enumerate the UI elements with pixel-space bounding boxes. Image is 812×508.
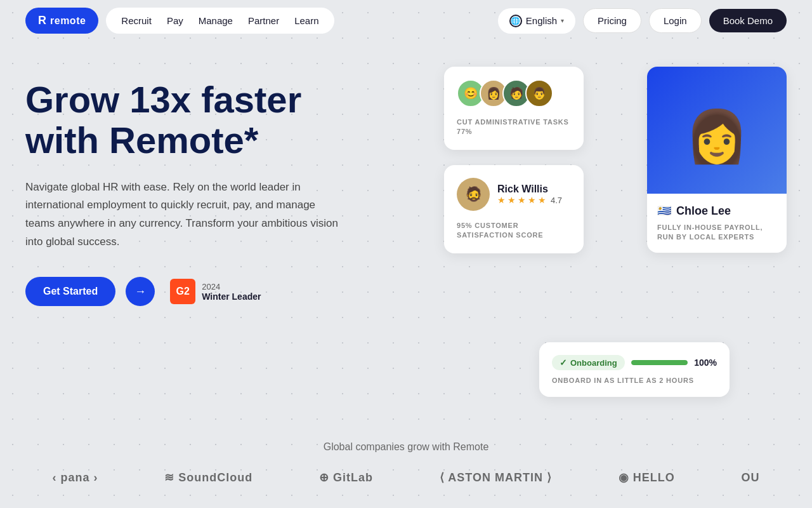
hero-right: 😊 👩 🧑 👨 CUT ADMINISTRATIVE TASKS 77% 🧔 R… [444, 67, 787, 422]
hero-subtitle: Navigate global HR with ease. Rely on th… [25, 178, 343, 252]
logos-row: ‹ pana › ≋ SoundCloud ⊕ GitLab ⟨ ASTON M… [25, 471, 787, 485]
logo-gitlab: ⊕ GitLab [319, 471, 373, 485]
chloe-image: 👩 [647, 67, 787, 194]
g2-text: 2024 Winter Leader [202, 282, 261, 302]
logos-title: Global companies grow with Remote [25, 441, 787, 453]
rick-rating: 4.7 [551, 196, 562, 205]
progress-bar-fill [631, 360, 688, 365]
uruguay-flag-icon: 🇺🇾 [657, 204, 671, 218]
soundcloud-text: ≋ SoundCloud [164, 471, 252, 485]
nav-link-manage[interactable]: Manage [199, 13, 233, 29]
navbar: R remote Recruit Pay Manage Partner Lear… [0, 0, 812, 41]
pricing-button[interactable]: Pricing [583, 8, 641, 33]
rick-info: Rick Willis ★ ★ ★ ★ ★ 4.7 [497, 184, 562, 205]
logo[interactable]: R remote [25, 8, 98, 34]
check-circle-icon: ✓ [560, 358, 567, 368]
logo-soundcloud: ≋ SoundCloud [164, 471, 252, 485]
onboard-label: ONBOARD IN AS LITTLE AS 2 HOURS [552, 377, 717, 384]
logo-text: remote [50, 15, 86, 27]
card-rick-willis: 🧔 Rick Willis ★ ★ ★ ★ ★ 4.7 95% CUSTOMER… [444, 165, 584, 253]
globe-icon: 🌐 [509, 15, 522, 27]
g2-label: Winter Leader [202, 291, 261, 302]
rick-name: Rick Willis [497, 184, 562, 195]
get-started-button[interactable]: Get Started [25, 277, 115, 306]
logos-section: Global companies grow with Remote ‹ pana… [0, 422, 812, 497]
language-selector[interactable]: 🌐 English ▾ [498, 8, 575, 34]
nav-links-container: Recruit Pay Manage Partner Learn [106, 8, 334, 34]
chloe-stat: FULLY IN-HOUSE PAYROLL, RUN BY LOCAL EXP… [657, 223, 776, 243]
chevron-down-icon: ▾ [561, 17, 564, 24]
card-chloe-lee: 👩 🇺🇾 Chloe Lee FULLY IN-HOUSE PAYROLL, R… [647, 67, 787, 253]
avatars-row: 😊 👩 🧑 👨 [457, 79, 571, 107]
logo-r-icon: R [38, 14, 46, 27]
nav-left: R remote Recruit Pay Manage Partner Lear… [25, 8, 334, 34]
nav-link-partner[interactable]: Partner [248, 13, 279, 29]
chloe-name: Chloe Lee [676, 204, 731, 218]
chloe-name-row: 🇺🇾 Chloe Lee [657, 204, 776, 218]
hero-section: Grow 13x faster with Remote* Navigate gl… [0, 41, 812, 422]
language-label: English [526, 15, 557, 26]
star-1: ★ [497, 195, 506, 205]
aston-martin-text: ⟨ ASTON MARTIN ⟩ [440, 471, 552, 485]
rick-stars-row: ★ ★ ★ ★ ★ 4.7 [497, 195, 562, 205]
onboarding-badge-label: Onboarding [570, 358, 617, 368]
g2-badge: G2 2024 Winter Leader [170, 279, 261, 304]
card-onboarding: ✓ Onboarding 100% ONBOARD IN AS LITTLE A… [539, 342, 730, 397]
arrow-button[interactable]: → [126, 277, 155, 306]
progress-bar-wrap [631, 360, 688, 365]
onboarding-badge: ✓ Onboarding [552, 355, 625, 370]
hero-title-line1: Grow 13x faster [25, 79, 301, 120]
progress-percent: 100% [694, 358, 717, 368]
nav-link-recruit[interactable]: Recruit [121, 13, 152, 29]
gitlab-text: ⊕ GitLab [319, 471, 373, 485]
chloe-figure-icon: 👩 [685, 107, 749, 166]
g2-logo-icon: G2 [170, 279, 195, 304]
chloe-content: 🇺🇾 Chloe Lee FULLY IN-HOUSE PAYROLL, RUN… [647, 194, 787, 253]
hero-actions: Get Started → G2 2024 Winter Leader [25, 277, 419, 306]
ou-text: OU [742, 471, 760, 485]
star-3: ★ [518, 195, 526, 205]
logo-hello: ◉ HELLO [619, 471, 675, 485]
book-demo-button[interactable]: Book Demo [709, 9, 787, 32]
nav-right: 🌐 English ▾ Pricing Login Book Demo [498, 8, 787, 34]
card-cut-admin: 😊 👩 🧑 👨 CUT ADMINISTRATIVE TASKS 77% [444, 67, 584, 150]
login-button[interactable]: Login [649, 8, 702, 33]
rick-avatar: 🧔 [457, 178, 490, 211]
logo-aston-martin: ⟨ ASTON MARTIN ⟩ [440, 471, 552, 485]
rick-stat: 95% CUSTOMER SATISFACTION SCORE [457, 221, 571, 241]
pana-text: ‹ pana › [52, 471, 98, 485]
nav-link-learn[interactable]: Learn [294, 13, 318, 29]
avatar-4: 👨 [525, 79, 553, 107]
star-4: ★ [528, 195, 536, 205]
onboarding-row: ✓ Onboarding 100% [552, 355, 717, 370]
star-2: ★ [508, 195, 516, 205]
star-half: ★ [538, 195, 546, 205]
hello-text: ◉ HELLO [619, 471, 675, 485]
g2-year: 2024 [202, 282, 261, 291]
cut-admin-stat: CUT ADMINISTRATIVE TASKS 77% [457, 117, 571, 137]
logo-pana: ‹ pana › [52, 471, 98, 485]
hero-title-line2: with Remote* [25, 119, 258, 161]
rick-person-row: 🧔 Rick Willis ★ ★ ★ ★ ★ 4.7 [457, 178, 571, 211]
logo-ou: OU [742, 471, 760, 485]
hero-title: Grow 13x faster with Remote* [25, 79, 419, 161]
nav-link-pay[interactable]: Pay [167, 13, 183, 29]
hero-left: Grow 13x faster with Remote* Navigate gl… [25, 67, 444, 306]
